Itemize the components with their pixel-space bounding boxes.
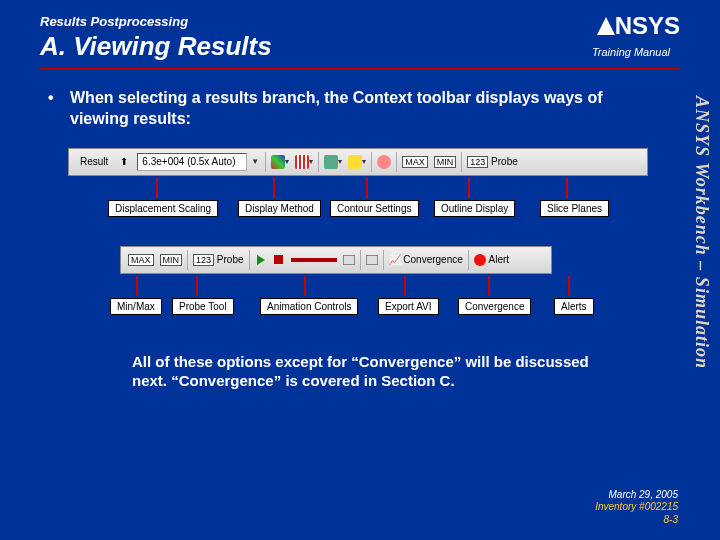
result-label[interactable]: Result <box>77 152 111 172</box>
max-button-2[interactable]: MAX <box>125 250 157 270</box>
display-lines-icon[interactable]: ▾ <box>292 152 316 172</box>
page-title: A. Viewing Results <box>40 31 272 62</box>
min-button-2[interactable]: MIN <box>157 250 186 270</box>
callouts-row-2: Min/Max Probe Tool Animation Controls Ex… <box>68 280 660 326</box>
callout-alerts: Alerts <box>554 298 594 315</box>
display-method-icon[interactable]: ▾ <box>268 152 292 172</box>
leader-line <box>366 178 368 198</box>
leader-line <box>468 178 470 198</box>
callout-min-max: Min/Max <box>110 298 162 315</box>
leader-line <box>273 178 275 198</box>
min-button[interactable]: MIN <box>431 152 460 172</box>
callouts-row-1: Displacement Scaling Display Method Cont… <box>68 182 660 228</box>
leader-line <box>488 276 490 296</box>
slide-footer: March 29, 2005 Inventory #002215 8-3 <box>595 489 678 527</box>
slice-plane-icon[interactable] <box>374 152 394 172</box>
bullet-item: • When selecting a results branch, the C… <box>48 88 660 130</box>
anim-frames-icon[interactable] <box>340 250 358 270</box>
context-toolbar-1: Result ⬆ 6.3e+004 (0.5x Auto) ▼ ▾ ▾ ▾ ▾ … <box>68 148 648 176</box>
anim-slider-icon[interactable] <box>288 250 340 270</box>
callout-display-method: Display Method <box>238 200 321 217</box>
export-avi-icon[interactable] <box>363 250 381 270</box>
scale-field[interactable]: 6.3e+004 (0.5x Auto) <box>137 153 247 171</box>
scale-up-icon[interactable]: ⬆ <box>115 152 133 172</box>
callout-convergence: Convergence <box>458 298 531 315</box>
callout-displacement-scaling: Displacement Scaling <box>108 200 218 217</box>
bullet-text: When selecting a results branch, the Con… <box>70 88 660 130</box>
leader-line <box>404 276 406 296</box>
logo-text: NSYS <box>615 12 680 40</box>
closing-paragraph: All of these options except for “Converg… <box>48 326 660 391</box>
footer-date: March 29, 2005 <box>595 489 678 502</box>
bullet-marker: • <box>48 88 58 130</box>
leader-line <box>136 276 138 296</box>
training-manual-label: Training Manual <box>592 46 680 62</box>
probe-button[interactable]: 123 Probe <box>464 152 521 172</box>
callout-probe-tool: Probe Tool <box>172 298 234 315</box>
callout-slice-planes: Slice Planes <box>540 200 609 217</box>
convergence-button[interactable]: 📈 Convergence <box>386 250 466 270</box>
leader-line <box>566 178 568 198</box>
callout-anim-controls: Animation Controls <box>260 298 358 315</box>
context-toolbar-2: MAX MIN 123 Probe 📈 Convergence Alert <box>120 246 552 274</box>
footer-inventory: Inventory #002215 <box>595 501 678 514</box>
breadcrumb: Results Postprocessing <box>40 14 680 31</box>
logo-a-icon <box>597 17 615 35</box>
outline-display-icon[interactable]: ▾ <box>345 152 369 172</box>
callout-outline-display: Outline Display <box>434 200 515 217</box>
callout-contour-settings: Contour Settings <box>330 200 419 217</box>
scale-value: 6.3e+004 (0.5x Auto) <box>142 156 235 167</box>
anim-stop-icon[interactable] <box>270 250 288 270</box>
ansys-logo: NSYS <box>597 12 680 40</box>
anim-play-icon[interactable] <box>252 250 270 270</box>
contour-settings-icon[interactable]: ▾ <box>321 152 345 172</box>
max-button[interactable]: MAX <box>399 152 431 172</box>
scale-dropdown-icon[interactable]: ▼ <box>251 157 259 166</box>
callout-export-avi: Export AVI <box>378 298 439 315</box>
leader-line <box>304 276 306 296</box>
alert-button[interactable]: Alert <box>471 250 512 270</box>
footer-page: 8-3 <box>595 514 678 527</box>
leader-line <box>568 276 570 296</box>
probe-button-2[interactable]: 123 Probe <box>190 250 247 270</box>
leader-line <box>196 276 198 296</box>
slide-content: • When selecting a results branch, the C… <box>0 70 720 391</box>
leader-line <box>156 178 158 198</box>
